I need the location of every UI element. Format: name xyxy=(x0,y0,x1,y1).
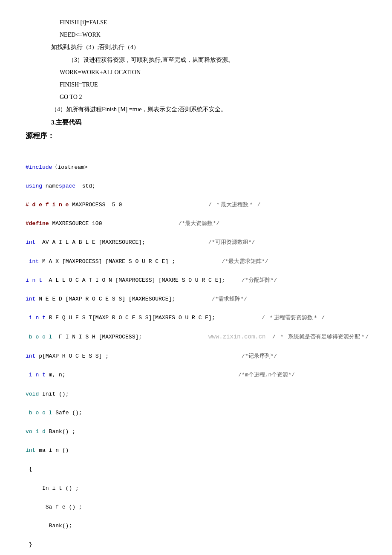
code-line-10: b o o l F I N I S H [MAXPROCESS]; www.zi… xyxy=(26,332,366,342)
finish-text: FINISH [i]=FALSE xyxy=(60,19,107,26)
text-line-finish: FINISH [i]=FALSE xyxy=(26,17,366,28)
source-title: 源程序： xyxy=(26,131,366,141)
text-line-found: 如找到,执行（3）;否则,执行（4） xyxy=(26,42,366,52)
code-line-20: Bank(); xyxy=(26,521,366,531)
code-line-3: # d e f i n e MAXPROCESS 5 0 / ＊最大进程数＊ / xyxy=(26,200,366,210)
code-line-21: } xyxy=(26,540,366,549)
code-block: #include〈iostream> using namespace std; … xyxy=(26,144,366,555)
found-text: 如找到,执行（3）;否则,执行（4） xyxy=(51,44,139,50)
code-line-1: #include〈iostream> xyxy=(26,163,366,172)
text-line-step4: （4）如所有得进程Finish [M] =true，则表示安全;否则系统不安全。 xyxy=(26,104,366,115)
content-area: FINISH [i]=FALSE NEED<=WORK 如找到,执行（3）;否则… xyxy=(26,17,366,555)
code-line-9: i n t R E Q U E S T[MAXP R O C E S S][MA… xyxy=(26,313,366,323)
text-line-goto: GO TO 2 xyxy=(26,92,366,102)
code-line-6: int M A X [MAXPROCESS] [MAXRE S O U R C … xyxy=(26,257,366,266)
section3-title: 3.主要代码 xyxy=(51,119,366,127)
work-text: WORK=WORK+ALLOCATION xyxy=(60,69,141,75)
code-line-15: vo i d Bank() ; xyxy=(26,427,366,436)
code-line-19: Sa f e () ; xyxy=(26,503,366,512)
code-line-2: using namespace std; xyxy=(26,182,366,191)
code-line-18: In i t () ; xyxy=(26,484,366,493)
code-line-12: i n t m, n; /*m个进程,n个资源*/ xyxy=(26,370,366,380)
step4-text: （4）如所有得进程Finish [M] =true，则表示安全;否则系统不安全。 xyxy=(51,106,227,113)
code-line-14: b o o l Safe (); xyxy=(26,408,366,418)
code-line-7: i n t A L L O C A T I O N [MAXPROCESS] [… xyxy=(26,276,366,285)
code-line-16: int ma i n () xyxy=(26,446,366,455)
step3-text: （3）设进程获得资源，可顺利执行,直至完成，从而释放资源。 xyxy=(68,57,234,63)
text-line-finish-true: FINISH=TRUE xyxy=(26,79,366,90)
code-line-17: { xyxy=(26,465,366,474)
need-text: NEED<=WORK xyxy=(60,32,101,38)
code-line-5: int AV A I L A B L E [MAXRESOURCE]; /*可用… xyxy=(26,238,366,247)
code-line-8: int N E E D [MAXP R O C E S S] [MAXRESOU… xyxy=(26,295,366,304)
finish-true-text: FINISH=TRUE xyxy=(60,81,98,88)
text-line-work: WORK=WORK+ALLOCATION xyxy=(26,67,366,78)
code-line-13: void Init (); xyxy=(26,390,366,399)
text-line-need: NEED<=WORK xyxy=(26,29,366,40)
text-line-step3: （3）设进程获得资源，可顺利执行,直至完成，从而释放资源。 xyxy=(26,55,366,65)
code-line-11: int p[MAXP R O C E S S] ; /*记录序列*/ xyxy=(26,352,366,361)
code-line-4: #define MAXRESOURCE 100 /*最大资源数*/ xyxy=(26,219,366,228)
goto-text: GO TO 2 xyxy=(60,94,82,100)
